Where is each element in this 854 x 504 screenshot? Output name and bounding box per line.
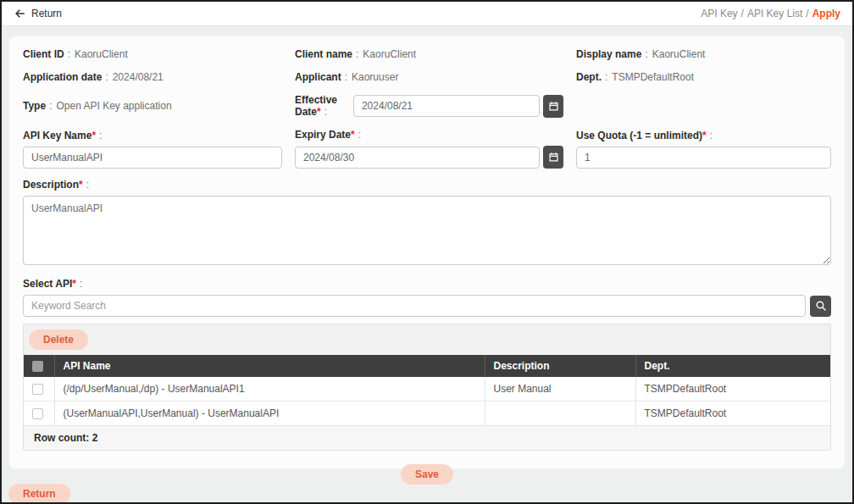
breadcrumb-apply: Apply [812, 8, 840, 19]
field-application-date: Application date:2024/08/21 [23, 71, 282, 83]
page: Return API Key / API Key List / Apply Cl… [0, 0, 854, 504]
cell-description [485, 402, 635, 426]
row-checkbox[interactable] [32, 408, 43, 419]
field-use-quota: Use Quota (-1 = unlimited)*: [576, 130, 831, 169]
breadcrumb-separator: / [741, 8, 744, 19]
cell-dept: TSMPDefaultRoot [635, 377, 830, 402]
column-header-dept: Dept. [635, 355, 830, 377]
calendar-icon [548, 101, 559, 112]
select-all-checkbox[interactable] [32, 361, 43, 372]
search-icon [815, 300, 827, 312]
cell-dept: TSMPDefaultRoot [635, 402, 830, 426]
field-effective-date: Effective Date*: [295, 94, 563, 118]
use-quota-label: Use Quota (-1 = unlimited)*: [576, 130, 831, 141]
field-client-name: Client name:KaoruClient [295, 48, 563, 60]
effective-date-calendar-button[interactable] [543, 95, 563, 118]
api-table: API Name Description Dept. (/dp/UserManu… [24, 355, 830, 426]
api-table-container: Delete API Name Description Dept. (/dp/U… [23, 324, 831, 451]
use-quota-input[interactable] [576, 147, 831, 169]
apply-form-card: Client ID:KaoruClient Client name:KaoruC… [8, 36, 846, 469]
calendar-icon [548, 152, 559, 163]
field-type: Type:Open API Key application [23, 100, 282, 112]
effective-date-label: Effective Date*: [295, 94, 350, 118]
row-count: Row count: 2 [24, 426, 830, 450]
expiry-date-label: Expiry Date*: [295, 129, 563, 141]
keyword-search-input[interactable] [23, 295, 806, 317]
cell-api-name: (/dp/UserManual,/dp) - UserManualAPI1 [54, 377, 485, 402]
field-description: Description*: UserManualAPI [23, 179, 831, 268]
effective-date-input[interactable] [353, 95, 540, 117]
cell-api-name: (UserManualAPI,UserManual) - UserManualA… [54, 402, 485, 426]
return-button[interactable]: Return [8, 484, 70, 504]
column-header-api-name: API Name [54, 355, 485, 377]
save-row: Save [23, 464, 831, 485]
api-key-name-label: API Key Name*: [23, 130, 282, 141]
back-arrow-icon [14, 8, 25, 19]
table-header-row: API Name Description Dept. [24, 355, 830, 377]
back-label: Return [31, 8, 62, 19]
table-row: (/dp/UserManual,/dp) - UserManualAPI1 Us… [24, 377, 830, 402]
topbar: Return API Key / API Key List / Apply [2, 2, 852, 26]
field-expiry-date: Expiry Date*: [295, 129, 563, 169]
column-header-description: Description [485, 355, 635, 377]
back-link[interactable]: Return [14, 8, 62, 19]
breadcrumb-api-key-list[interactable]: API Key List [747, 8, 802, 19]
field-api-key-name: API Key Name*: [23, 130, 282, 169]
table-toolbar: Delete [24, 324, 830, 355]
field-display-name: Display name:KaoruClient [576, 48, 831, 60]
field-applicant: Applicant:Kaoruuser [295, 71, 563, 83]
info-grid: Client ID:KaoruClient Client name:KaoruC… [23, 48, 831, 169]
description-textarea[interactable]: UserManualAPI [23, 196, 831, 265]
delete-button[interactable]: Delete [29, 330, 88, 350]
field-dept: Dept.:TSMPDefaultRoot [576, 71, 831, 83]
field-client-id: Client ID:KaoruClient [23, 48, 282, 60]
breadcrumb-separator: / [806, 8, 808, 19]
api-key-name-input[interactable] [23, 147, 282, 169]
expiry-date-input[interactable] [295, 147, 540, 169]
breadcrumb-api-key[interactable]: API Key [701, 8, 737, 19]
select-api-label: Select API*: [23, 278, 831, 290]
save-button[interactable]: Save [401, 464, 453, 485]
breadcrumb: API Key / API Key List / Apply [701, 8, 840, 19]
description-label: Description*: [23, 179, 831, 191]
search-button[interactable] [810, 296, 831, 317]
row-checkbox[interactable] [32, 384, 43, 395]
cell-description: User Manual [485, 377, 635, 402]
api-search-row [23, 295, 831, 317]
table-row: (UserManualAPI,UserManual) - UserManualA… [24, 402, 830, 426]
expiry-date-calendar-button[interactable] [543, 146, 563, 169]
